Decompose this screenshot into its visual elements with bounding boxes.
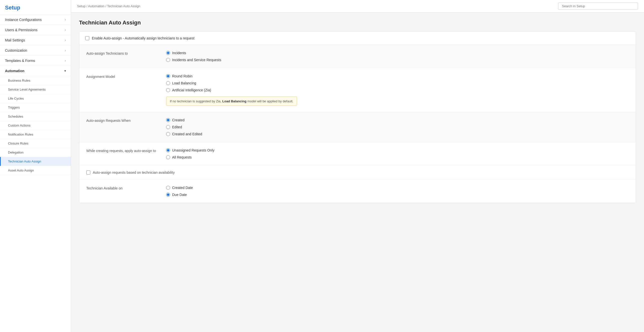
page-content: Technician Auto Assign Enable Auto-assig…: [71, 13, 644, 332]
radio-created-edited[interactable]: [166, 132, 170, 136]
radio-created[interactable]: [166, 118, 170, 122]
option-edited[interactable]: Edited: [166, 125, 202, 129]
radio-created-label: Created: [172, 118, 184, 122]
app-logo: Setup: [0, 0, 71, 15]
option-created-date[interactable]: Created Date: [166, 186, 193, 190]
sidebar-item-label: Templates & Forms: [5, 59, 35, 63]
radio-due-date[interactable]: [166, 193, 170, 197]
radio-unassigned-only-label: Unassigned Requests Only: [172, 148, 214, 152]
radio-load-balancing[interactable]: [166, 81, 170, 85]
radio-unassigned-only[interactable]: [166, 148, 170, 152]
option-round-robin[interactable]: Round Robin: [166, 74, 297, 78]
sidebar-item-closure-rules[interactable]: Closure Rules: [0, 139, 71, 148]
sidebar-item-mail-settings[interactable]: Mail Settings ›: [0, 35, 71, 46]
option-incidents-service-requests[interactable]: Incidents and Service Requests: [166, 58, 221, 62]
chevron-down-icon: ▾: [64, 69, 66, 73]
sidebar-item-customization[interactable]: Customization ›: [0, 46, 71, 56]
search-input[interactable]: [558, 3, 638, 10]
radio-edited[interactable]: [166, 125, 170, 129]
assignment-model-section: Assignment Model Round Robin Load Balanc…: [79, 68, 636, 112]
sidebar-item-label: Mail Settings: [5, 38, 25, 42]
chevron-right-icon: ›: [65, 39, 66, 42]
apply-auto-assign-label: While creating requests, apply auto-assi…: [86, 148, 166, 153]
zia-note-end: model will be applied by default.: [246, 99, 293, 103]
breadcrumb: Setup / Automation / Technician Auto Ass…: [77, 4, 140, 8]
assignment-model-options: Round Robin Load Balancing Artificial In…: [166, 74, 297, 106]
radio-created-date-label: Created Date: [172, 186, 193, 190]
sidebar-item-label: Automation: [5, 69, 24, 73]
sidebar: Setup Instance Configurations › Users & …: [0, 0, 71, 332]
option-created-edited[interactable]: Created and Edited: [166, 132, 202, 136]
enable-auto-assign-row: Enable Auto-assign - Automatically assig…: [79, 32, 636, 45]
radio-incidents-service-requests-label: Incidents and Service Requests: [172, 58, 221, 62]
radio-created-edited-label: Created and Edited: [172, 132, 202, 136]
radio-edited-label: Edited: [172, 125, 182, 129]
sidebar-item-automation[interactable]: Automation ▾: [0, 66, 71, 76]
page-header: Setup / Automation / Technician Auto Ass…: [71, 0, 644, 13]
radio-all-requests[interactable]: [166, 155, 170, 159]
sidebar-item-business-rules[interactable]: Business Rules: [0, 76, 71, 85]
enable-auto-assign-label[interactable]: Enable Auto-assign - Automatically assig…: [92, 36, 194, 40]
radio-incidents-service-requests[interactable]: [166, 58, 170, 62]
auto-assign-technicians-section: Auto-assign Technicians to Incidents Inc…: [79, 45, 636, 68]
chevron-right-icon: ›: [65, 49, 66, 52]
enable-auto-assign-checkbox[interactable]: [85, 36, 89, 40]
option-all-requests[interactable]: All Requests: [166, 155, 214, 159]
sidebar-item-delegation[interactable]: Delegation: [0, 148, 71, 157]
availability-checkbox[interactable]: [86, 170, 90, 174]
form-card: Enable Auto-assign - Automatically assig…: [79, 32, 636, 203]
sidebar-item-users-permissions[interactable]: Users & Permissions ›: [0, 25, 71, 35]
sidebar-item-triggers[interactable]: Triggers: [0, 103, 71, 112]
radio-round-robin-label: Round Robin: [172, 74, 192, 78]
auto-assign-when-options: Created Edited Created and Edited: [166, 118, 202, 136]
option-unassigned-only[interactable]: Unassigned Requests Only: [166, 148, 214, 152]
technician-available-on-section: Technician Available on Created Date Due…: [79, 180, 636, 203]
technician-available-on-label: Technician Available on: [86, 186, 166, 190]
radio-incidents[interactable]: [166, 51, 170, 55]
zia-note: If no technician is suggested by Zia, Lo…: [166, 97, 297, 106]
radio-zia[interactable]: [166, 88, 170, 92]
option-incidents[interactable]: Incidents: [166, 51, 221, 55]
sidebar-item-instance-configurations[interactable]: Instance Configurations ›: [0, 15, 71, 25]
option-due-date[interactable]: Due Date: [166, 193, 193, 197]
auto-assign-technicians-options: Incidents Incidents and Service Requests: [166, 51, 221, 62]
sidebar-item-life-cycles[interactable]: Life Cycles: [0, 94, 71, 103]
sidebar-item-label: Instance Configurations: [5, 18, 42, 22]
apply-auto-assign-section: While creating requests, apply auto-assi…: [79, 142, 636, 166]
availability-checkbox-row: Auto-assign requests based on technician…: [79, 166, 636, 180]
auto-assign-when-label: Auto-assign Requests When: [86, 118, 166, 123]
sidebar-item-asset-auto-assign[interactable]: Asset Auto Assign: [0, 166, 71, 175]
main-content: Setup / Automation / Technician Auto Ass…: [71, 0, 644, 332]
sidebar-item-label: Customization: [5, 49, 27, 53]
option-zia[interactable]: Artificial Intelligence (Zia): [166, 88, 297, 92]
assignment-model-label: Assignment Model: [86, 74, 166, 79]
sidebar-item-label: Users & Permissions: [5, 28, 38, 32]
radio-created-date[interactable]: [166, 186, 170, 190]
radio-round-robin[interactable]: [166, 74, 170, 78]
zia-note-bold: Load Balancing: [222, 99, 246, 103]
apply-auto-assign-options: Unassigned Requests Only All Requests: [166, 148, 214, 159]
page-title: Technician Auto Assign: [79, 20, 636, 26]
option-created[interactable]: Created: [166, 118, 202, 122]
sidebar-item-notification-rules[interactable]: Notification Rules: [0, 130, 71, 139]
radio-due-date-label: Due Date: [172, 193, 187, 197]
sidebar-item-schedules[interactable]: Schedules: [0, 112, 71, 121]
radio-incidents-label: Incidents: [172, 51, 186, 55]
auto-assign-when-section: Auto-assign Requests When Created Edited…: [79, 112, 636, 142]
sidebar-item-technician-auto-assign[interactable]: Technician Auto Assign: [0, 157, 71, 166]
sidebar-item-sla[interactable]: Service Level Agreements: [0, 85, 71, 94]
chevron-right-icon: ›: [65, 28, 66, 32]
auto-assign-technicians-label: Auto-assign Technicians to: [86, 51, 166, 55]
chevron-right-icon: ›: [65, 59, 66, 62]
zia-note-text: If no technician is suggested by Zia,: [170, 99, 222, 103]
technician-available-on-options: Created Date Due Date: [166, 186, 193, 197]
sidebar-item-templates-forms[interactable]: Templates & Forms ›: [0, 56, 71, 66]
option-load-balancing[interactable]: Load Balancing: [166, 81, 297, 85]
availability-checkbox-label[interactable]: Auto-assign requests based on technician…: [93, 170, 174, 174]
radio-zia-label: Artificial Intelligence (Zia): [172, 88, 211, 92]
radio-all-requests-label: All Requests: [172, 155, 192, 159]
chevron-right-icon: ›: [65, 18, 66, 22]
sidebar-item-custom-actions[interactable]: Custom Actions: [0, 121, 71, 130]
radio-load-balancing-label: Load Balancing: [172, 81, 196, 85]
